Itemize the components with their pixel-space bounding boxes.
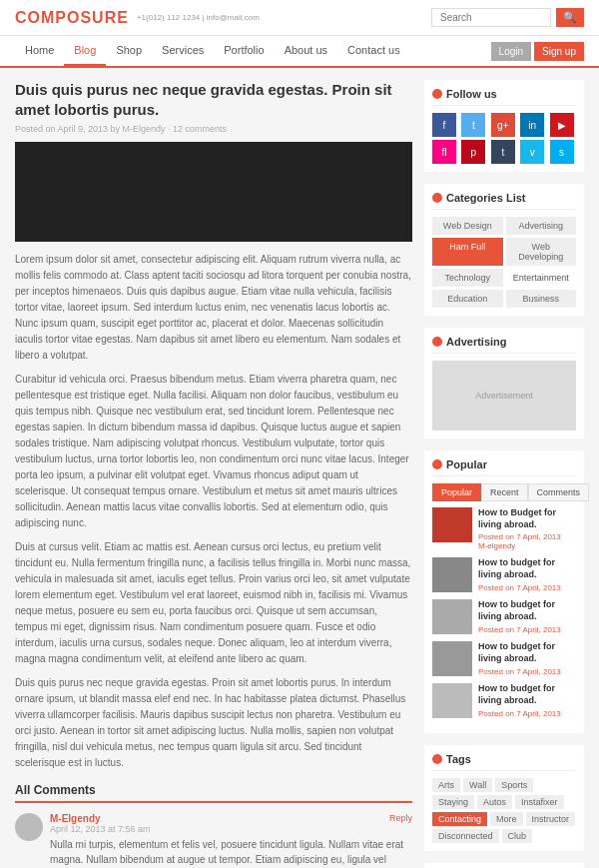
nav-portfolio[interactable]: Portfolio bbox=[214, 36, 274, 66]
popular-meta-2: Posted on 7 April, 2013 bbox=[478, 583, 576, 592]
advertising-section: Advertising Advertisement bbox=[424, 328, 584, 438]
comments-title: All Comments bbox=[15, 783, 412, 803]
login-button[interactable]: Login bbox=[491, 42, 531, 61]
cat-business[interactable]: Business bbox=[506, 290, 577, 308]
search-button[interactable]: 🔍 bbox=[556, 8, 584, 27]
comment-author-1: M-Elgendy bbox=[50, 813, 412, 824]
cat-advertising[interactable]: Advertising bbox=[506, 217, 577, 235]
cat-ham-full[interactable]: Ham Full bbox=[432, 238, 503, 266]
nav-contact[interactable]: Contact us bbox=[337, 36, 410, 66]
tab-comments[interactable]: Comments bbox=[528, 483, 590, 501]
googleplus-icon[interactable]: g+ bbox=[491, 113, 515, 137]
facebook-icon[interactable]: f bbox=[432, 113, 456, 137]
pinterest-icon[interactable]: p bbox=[461, 140, 485, 164]
logo-sub: +1(012) 112 1234 | info@mail.com bbox=[137, 13, 260, 22]
categories-title: Categories List bbox=[432, 192, 576, 210]
advertising-dot bbox=[432, 337, 442, 347]
popular-item-1: How to Budget for living abroad. Posted … bbox=[432, 507, 576, 550]
tag-more[interactable]: More bbox=[490, 812, 523, 826]
follow-section: Follow us f t g+ in ▶ fl p t v s bbox=[424, 80, 584, 172]
popular-item-3: How to budget for living abroad. Posted … bbox=[432, 599, 576, 634]
cat-web-design[interactable]: Web Design bbox=[432, 217, 503, 235]
twitter-icon[interactable]: t bbox=[461, 113, 485, 137]
content-area: Duis quis purus nec neque gravida egesta… bbox=[15, 80, 412, 868]
cat-web-developing[interactable]: Web Developing bbox=[506, 238, 577, 266]
popular-tabs: Popular Recent Comments bbox=[432, 483, 576, 501]
popular-thumb-3 bbox=[432, 599, 472, 634]
tags-dot bbox=[432, 754, 442, 764]
nav-links: Home Blog Shop Services Portfolio About … bbox=[15, 36, 410, 66]
flickr-icon[interactable]: fl bbox=[432, 140, 456, 164]
popular-content-5: How to budget for living abroad. Posted … bbox=[478, 683, 576, 717]
featured-video-section: Featured Video Amazing Nature full HD 10… bbox=[424, 863, 584, 868]
tag-arts[interactable]: Arts bbox=[432, 778, 460, 792]
popular-meta-5: Posted on 7 April, 2013 bbox=[478, 709, 576, 718]
tag-staying[interactable]: Staying bbox=[432, 795, 474, 809]
tag-sports[interactable]: Sports bbox=[495, 778, 533, 792]
skype-icon[interactable]: s bbox=[550, 140, 574, 164]
popular-meta-3: Posted on 7 April, 2013 bbox=[478, 625, 576, 634]
popular-thumb-1 bbox=[432, 507, 472, 542]
nav-shop[interactable]: Shop bbox=[106, 36, 152, 66]
popular-section: Popular Popular Recent Comments How to B… bbox=[424, 450, 584, 733]
tag-wall[interactable]: Wall bbox=[463, 778, 492, 792]
tab-recent[interactable]: Recent bbox=[481, 483, 528, 501]
advertising-banner[interactable]: Advertisement bbox=[432, 361, 576, 431]
cat-education[interactable]: Education bbox=[432, 290, 503, 308]
comment-item: Reply M-Elgendy April 12, 2013 at 7:56 a… bbox=[15, 813, 412, 868]
popular-content-3: How to budget for living abroad. Posted … bbox=[478, 599, 576, 633]
follow-title: Follow us bbox=[432, 88, 576, 106]
popular-title-1[interactable]: How to Budget for living abroad. bbox=[478, 507, 576, 530]
comment-body-1: Reply M-Elgendy April 12, 2013 at 7:56 a… bbox=[50, 813, 412, 868]
popular-content-1: How to Budget for living abroad. Posted … bbox=[478, 507, 576, 550]
search-input[interactable] bbox=[431, 8, 551, 27]
tag-disconnected[interactable]: Disconnected bbox=[432, 829, 499, 843]
social-grid: f t g+ in ▶ fl p t v s bbox=[432, 113, 576, 164]
article-image bbox=[15, 142, 412, 242]
tag-autos[interactable]: Autos bbox=[477, 795, 512, 809]
nav-services[interactable]: Services bbox=[152, 36, 214, 66]
header: COMPOSURE +1(012) 112 1234 | info@mail.c… bbox=[0, 0, 599, 36]
follow-dot bbox=[432, 89, 442, 99]
reply-button-1[interactable]: Reply bbox=[389, 813, 412, 823]
popular-title-5[interactable]: How to budget for living abroad. bbox=[478, 683, 576, 706]
popular-item-5: How to budget for living abroad. Posted … bbox=[432, 683, 576, 718]
tag-contacting[interactable]: Contacting bbox=[432, 812, 487, 826]
tag-club[interactable]: Club bbox=[502, 829, 533, 843]
nav-home[interactable]: Home bbox=[15, 36, 64, 66]
popular-title: Popular bbox=[432, 458, 576, 476]
article-meta: Posted on April 9, 2013 by M-Elgendy · 1… bbox=[15, 124, 412, 134]
nav-blog[interactable]: Blog bbox=[64, 36, 106, 66]
linkedin-icon[interactable]: in bbox=[520, 113, 544, 137]
nav: Home Blog Shop Services Portfolio About … bbox=[0, 36, 599, 68]
popular-list: How to Budget for living abroad. Posted … bbox=[432, 507, 576, 718]
popular-title-4[interactable]: How to budget for living abroad. bbox=[478, 641, 576, 664]
popular-meta-1: Posted on 7 April, 2013 M-elgendy bbox=[478, 532, 576, 550]
youtube-icon[interactable]: ▶ bbox=[550, 113, 574, 137]
tumblr-icon[interactable]: t bbox=[491, 140, 515, 164]
tag-instafixer[interactable]: Instafixer bbox=[515, 795, 564, 809]
popular-title-2[interactable]: How to budget for living abroad. bbox=[478, 557, 576, 580]
nav-buttons: Login Sign up bbox=[491, 42, 584, 61]
popular-meta-4: Posted on 7 April, 2013 bbox=[478, 667, 576, 676]
main-wrap: Duis quis purus nec neque gravida egesta… bbox=[0, 68, 599, 868]
signup-button[interactable]: Sign up bbox=[534, 42, 584, 61]
tag-instructor[interactable]: Instructor bbox=[526, 812, 576, 826]
article-title: Duis quis purus nec neque gravida egesta… bbox=[15, 80, 412, 119]
comment-date-1: April 12, 2013 at 7:56 am bbox=[50, 824, 412, 834]
tab-popular[interactable]: Popular bbox=[432, 483, 481, 501]
popular-item-2: How to budget for living abroad. Posted … bbox=[432, 557, 576, 592]
logo: COMPOSURE bbox=[15, 9, 129, 27]
tags-title: Tags bbox=[432, 753, 576, 771]
popular-title-3[interactable]: How to budget for living abroad. bbox=[478, 599, 576, 622]
tags-section: Tags Arts Wall Sports Staying Autos Inst… bbox=[424, 745, 584, 851]
cat-technology[interactable]: Technology bbox=[432, 269, 503, 287]
vimeo-icon[interactable]: v bbox=[520, 140, 544, 164]
categories-grid: Web Design Advertising Ham Full Web Deve… bbox=[432, 217, 576, 308]
article-para-4: Duis quis purus nec neque gravida egesta… bbox=[15, 675, 412, 771]
article-para-2: Curabitur id vehicula orci. Praesus bibe… bbox=[15, 372, 412, 531]
comment-text-1: Nulla mi turpis, elementum et felis vel,… bbox=[50, 837, 412, 868]
nav-about[interactable]: About us bbox=[275, 36, 337, 66]
sidebar: Follow us f t g+ in ▶ fl p t v s Categor… bbox=[424, 80, 584, 868]
cat-entertainment-2[interactable]: Entertainment bbox=[506, 269, 577, 287]
